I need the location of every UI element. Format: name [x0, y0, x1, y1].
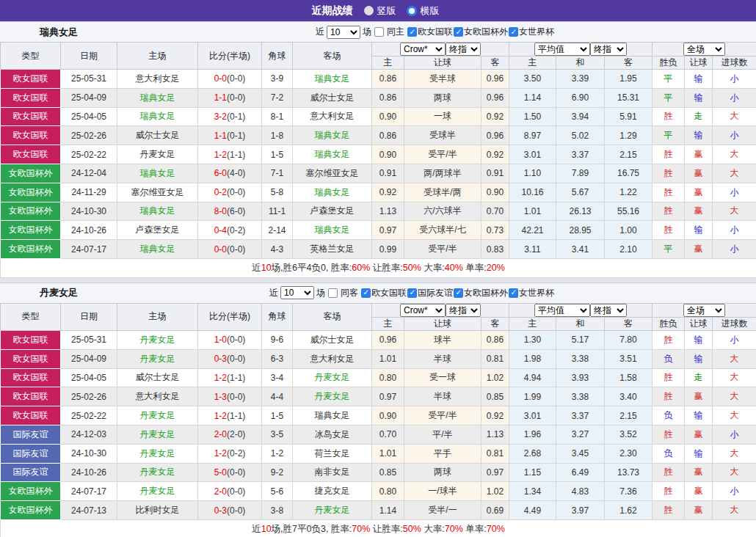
- fulltime-score: 1-0: [214, 335, 227, 345]
- competition-checkbox[interactable]: [407, 288, 417, 298]
- asian-odds-time-select[interactable]: 终指: [446, 43, 481, 56]
- radio-selected-icon[interactable]: [407, 6, 417, 16]
- euro-away-odds: 15.31: [605, 88, 653, 107]
- asian-home-odds: 0.97: [372, 387, 404, 406]
- result-goals: 小: [713, 330, 756, 349]
- asian-away-odds: 0.96: [481, 88, 509, 107]
- result-handicap: 赢: [685, 463, 713, 482]
- summary-segment: 10: [261, 263, 272, 273]
- match-row: 欧女国联25-02-22丹麦女足1-2(1-1)1-5瑞典女足0.90受平/半0…: [1, 145, 756, 164]
- euro-home-odds: 1.34: [509, 482, 556, 501]
- halftime-score: (0-0): [227, 187, 245, 197]
- result-outcome: 平: [653, 70, 685, 89]
- halftime-score: (0-2): [227, 225, 245, 235]
- euro-odds-source-select[interactable]: 平均值: [534, 304, 590, 317]
- fulltime-score: 0-0: [214, 73, 227, 84]
- match-row: 欧女国联25-04-09丹麦女足0-3(0-0)6-3意大利女足1.01半球0.…: [1, 349, 756, 368]
- match-row: 女欧国杯外24-11-29塞尔维亚女足0-2(0-0)5-8瑞典女足0.92受球…: [1, 183, 756, 202]
- result-handicap: 赢: [685, 145, 713, 164]
- competition-checkbox[interactable]: [454, 27, 463, 37]
- euro-draw-odds: 7.89: [556, 164, 605, 183]
- euro-away-odds: 2.15: [605, 145, 653, 164]
- halftime-score: (1-1): [227, 373, 245, 383]
- corners: 1-5: [262, 406, 293, 425]
- euro-draw-odds: 3.94: [556, 107, 605, 126]
- radio-unselected-icon[interactable]: [364, 6, 374, 15]
- result-handicap: 赢: [685, 425, 713, 444]
- layout-radio-vertical[interactable]: 竖版: [364, 4, 396, 18]
- match-date: 24-12-04: [61, 164, 117, 183]
- asian-home-odds: 0.90: [372, 406, 404, 425]
- score: 5-0(0-0): [198, 463, 262, 482]
- fulltime-score: 8-0: [214, 206, 227, 216]
- euro-draw-odds: 26.13: [556, 202, 605, 221]
- match-count-select[interactable]: 10: [280, 286, 314, 299]
- match-row: 女欧国杯外24-10-26卢森堡女足0-4(0-2)2-14瑞典女足0.97受六…: [1, 221, 756, 240]
- fulltime-score: 1-1: [214, 92, 227, 103]
- type-badge: 欧女国联: [1, 70, 61, 89]
- scope-select[interactable]: 全场: [683, 43, 725, 56]
- asian-odds-source-select[interactable]: Crow*: [400, 304, 446, 317]
- euro-away-odds: 1.95: [605, 70, 653, 89]
- euro-home-odds: 1.14: [509, 88, 556, 107]
- result-handicap: 输: [685, 444, 713, 463]
- euro-odds-source-select[interactable]: 平均值: [534, 43, 590, 56]
- match-date: 25-04-09: [61, 349, 117, 368]
- result-handicap: 走: [685, 107, 713, 126]
- away-team: 丹麦女足: [293, 368, 372, 387]
- euro-away-odds: 1.58: [605, 368, 653, 387]
- type-badge: 欧女国联: [1, 406, 61, 425]
- asian-home-odds: 1.01: [372, 444, 404, 463]
- asian-odds-source-select[interactable]: Crow*: [400, 43, 446, 56]
- match-date: 25-04-05: [61, 368, 117, 387]
- euro-home-odds: 3.01: [509, 145, 556, 164]
- asian-away-odds: 0.81: [481, 349, 509, 368]
- same-venue-checkbox[interactable]: [374, 27, 384, 37]
- asian-home-odds: 0.90: [372, 107, 404, 126]
- halftime-score: (0-0): [227, 244, 245, 255]
- fulltime-score: 0-0: [214, 244, 227, 255]
- result-handicap: 输: [685, 88, 713, 107]
- asian-home-odds: 0.86: [372, 126, 404, 145]
- match-row: 欧女国联25-02-26意大利女足1-3(0-0)4-4丹麦女足0.97半球0.…: [1, 387, 756, 406]
- result-handicap: 赢: [685, 202, 713, 221]
- euro-odds-time-select[interactable]: 终指: [590, 304, 627, 317]
- home-team: 威尔士女足: [117, 126, 198, 145]
- match-row: 女欧国杯外24-12-04瑞典女足6-0(4-0)7-1塞尔维亚女足0.91两/…: [1, 164, 756, 183]
- competition-checkbox[interactable]: [454, 288, 463, 298]
- competition-label: 女欧国杯外: [464, 287, 508, 299]
- team-name: 瑞典女足: [0, 26, 78, 39]
- column-subheader: 胜负: [653, 56, 685, 70]
- asian-home-odds: 0.96: [372, 330, 404, 349]
- asian-away-odds: 0.97: [481, 463, 509, 482]
- euro-odds-group-header: 平均值终指: [509, 43, 653, 56]
- fulltime-score: 0-2: [214, 187, 227, 197]
- competition-checkbox[interactable]: [361, 288, 371, 298]
- asian-away-odds: 0.96: [481, 126, 509, 145]
- summary-row: 近10场,胜6平4负0, 胜率:60% 让胜率:50% 大率:40% 单率:20…: [1, 258, 756, 277]
- result-outcome: 负: [653, 444, 685, 463]
- euro-draw-odds: 5.17: [556, 330, 605, 349]
- asian-odds-time-select[interactable]: 终指: [446, 304, 481, 317]
- handicap-line: 受半球: [404, 70, 481, 89]
- halftime-score: (0-0): [227, 392, 245, 402]
- euro-draw-odds: 3.45: [556, 444, 605, 463]
- asian-away-odds: 0.69: [481, 501, 509, 520]
- home-team: 丹麦女足: [117, 482, 198, 501]
- competition-checkbox[interactable]: [509, 288, 518, 298]
- same-venue-checkbox[interactable]: [328, 288, 338, 298]
- asian-away-odds: 0.85: [481, 387, 509, 406]
- fulltime-score: 5-0: [214, 467, 227, 478]
- competition-checkbox[interactable]: [407, 27, 417, 37]
- corners: 1-8: [262, 126, 293, 145]
- result-handicap: 输: [685, 221, 713, 240]
- euro-odds-time-select[interactable]: 终指: [590, 43, 627, 56]
- away-team: 捷克女足: [293, 482, 372, 501]
- layout-radio-horizontal[interactable]: 横版: [407, 4, 440, 18]
- competition-checkbox[interactable]: [509, 27, 518, 37]
- match-row: 国际友谊24-10-30丹麦女足1-2(0-2)1-2荷兰女足1.01平手0.8…: [1, 444, 756, 463]
- halftime-score: (0-0): [227, 92, 245, 103]
- scope-select[interactable]: 全场: [683, 304, 725, 317]
- match-count-select[interactable]: 10: [327, 26, 360, 39]
- score: 0-0(0-0): [198, 240, 262, 259]
